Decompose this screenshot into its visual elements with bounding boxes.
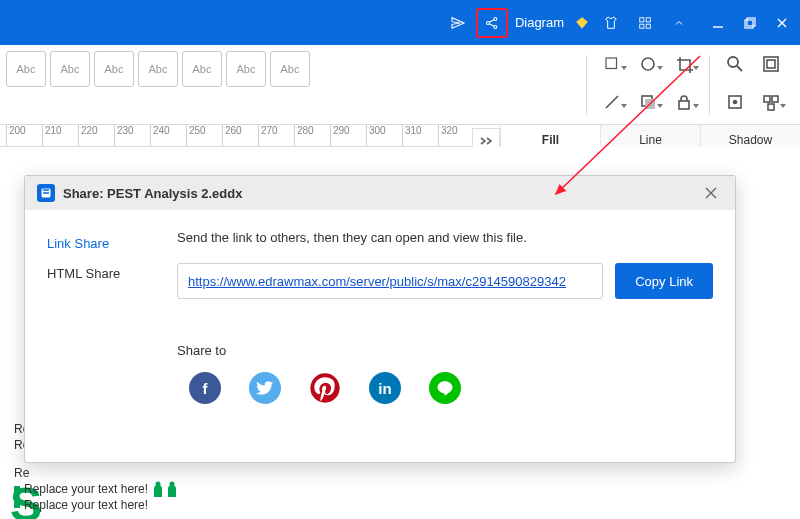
ruler-tick: 280	[294, 125, 314, 147]
style-swatch[interactable]: Abc	[226, 51, 266, 87]
shirt-icon[interactable]	[596, 9, 626, 37]
toolbar-separator	[586, 55, 587, 115]
ruler-tick: 230	[114, 125, 134, 147]
send-icon[interactable]	[443, 9, 473, 37]
dialog-description: Send the link to others, then they can o…	[177, 230, 713, 245]
titlebar-diagram-label[interactable]: Diagram	[511, 15, 568, 30]
people-icon	[152, 481, 178, 497]
svg-point-0	[486, 21, 489, 24]
copy-link-button[interactable]: Copy Link	[615, 263, 713, 299]
bullet-icon	[14, 502, 20, 508]
ruler-tick: 310	[402, 125, 422, 147]
dialog-titlebar: Share: PEST Analysis 2.eddx	[25, 176, 735, 210]
line-icon[interactable]	[429, 372, 461, 404]
titlebar-right: Diagram	[443, 0, 794, 45]
style-scroller[interactable]: Abc Abc Abc Abc Abc Abc Abc	[0, 45, 316, 125]
close-window-button[interactable]	[770, 13, 794, 33]
svg-point-15	[728, 57, 738, 67]
svg-rect-19	[767, 60, 775, 68]
share-icons-row: f in	[177, 372, 713, 404]
dialog-title: Share: PEST Analysis 2.eddx	[63, 186, 242, 201]
svg-point-11	[642, 58, 654, 70]
share-dialog: Share: PEST Analysis 2.eddx Link Share H…	[24, 175, 736, 463]
dialog-app-icon	[37, 184, 55, 202]
svg-rect-8	[747, 18, 755, 26]
svg-rect-21	[772, 96, 778, 102]
crop-tool-icon[interactable]	[667, 48, 701, 80]
fit-page-icon[interactable]	[718, 86, 752, 118]
bullet-icon	[14, 486, 20, 492]
search-icon[interactable]	[718, 48, 752, 80]
svg-point-17	[734, 100, 737, 103]
dialog-sidebar: Link Share HTML Share	[25, 210, 155, 464]
line-tool-icon[interactable]	[595, 86, 629, 118]
twitter-icon[interactable]	[249, 372, 281, 404]
ruler-tick: 260	[222, 125, 242, 147]
svg-rect-10	[606, 58, 617, 69]
tool-group-view	[716, 44, 790, 126]
share-url-field[interactable]: https://www.edrawmax.com/server/public/s…	[177, 263, 603, 299]
svg-rect-13	[645, 99, 655, 109]
sidebar-item-link-share[interactable]: Link Share	[25, 228, 155, 258]
chevron-up-icon[interactable]	[664, 9, 694, 37]
lock-tool-icon[interactable]	[667, 86, 701, 118]
style-swatch[interactable]: Abc	[270, 51, 310, 87]
svg-rect-3	[640, 17, 644, 21]
style-swatch[interactable]: Abc	[6, 51, 46, 87]
sidebar-item-html-share[interactable]: HTML Share	[25, 258, 155, 288]
window-controls	[706, 13, 794, 33]
svg-rect-6	[646, 24, 650, 28]
style-swatch[interactable]: Abc	[50, 51, 90, 87]
shadow-tool-icon[interactable]	[631, 86, 665, 118]
fill-tool-icon[interactable]	[595, 48, 629, 80]
ruler-tick: 320	[438, 125, 458, 147]
svg-rect-9	[745, 20, 753, 28]
svg-rect-20	[764, 96, 770, 102]
diamond-icon[interactable]	[572, 9, 592, 37]
dialog-close-button[interactable]	[699, 181, 723, 205]
ruler-tick: 250	[186, 125, 206, 147]
svg-rect-14	[679, 101, 689, 109]
toolbar-separator	[709, 55, 710, 115]
ruler-tick: 290	[330, 125, 350, 147]
tool-group-shape	[593, 44, 703, 126]
share-icon[interactable]	[477, 9, 507, 37]
link-row: https://www.edrawmax.com/server/public/s…	[177, 263, 713, 299]
toolbar: Abc Abc Abc Abc Abc Abc Abc	[0, 45, 800, 125]
dialog-main: Send the link to others, then they can o…	[155, 210, 735, 464]
share-to-label: Share to	[177, 343, 713, 358]
page-focus-icon[interactable]	[754, 48, 788, 80]
linkedin-icon[interactable]: in	[369, 372, 401, 404]
facebook-icon[interactable]: f	[189, 372, 221, 404]
ruler-tick: 200	[6, 125, 26, 147]
svg-rect-22	[768, 104, 774, 110]
align-tool-icon[interactable]	[754, 86, 788, 118]
canvas-text-line: Replace your text here!	[24, 497, 148, 513]
ruler-tick: 220	[78, 125, 98, 147]
ruler-tick: 210	[42, 125, 62, 147]
apps-icon[interactable]	[630, 9, 660, 37]
dialog-body: Link Share HTML Share Send the link to o…	[25, 210, 735, 464]
style-swatch[interactable]: Abc	[182, 51, 222, 87]
shape-tool-icon[interactable]	[631, 48, 665, 80]
ruler-tick: 240	[150, 125, 170, 147]
style-swatch[interactable]: Abc	[94, 51, 134, 87]
restore-button[interactable]	[738, 13, 762, 33]
minimize-button[interactable]	[706, 13, 730, 33]
svg-point-1	[494, 17, 497, 20]
svg-rect-5	[640, 24, 644, 28]
svg-rect-4	[646, 17, 650, 21]
svg-rect-18	[764, 57, 778, 71]
svg-point-2	[494, 25, 497, 28]
style-swatch[interactable]: Abc	[138, 51, 178, 87]
ruler-tick: 270	[258, 125, 278, 147]
canvas-text-line: Replace your text here!	[24, 481, 148, 497]
titlebar: Diagram	[0, 0, 800, 45]
ruler-tick: 300	[366, 125, 386, 147]
canvas-text-line: Re	[14, 465, 178, 481]
pinterest-icon[interactable]	[309, 372, 341, 404]
